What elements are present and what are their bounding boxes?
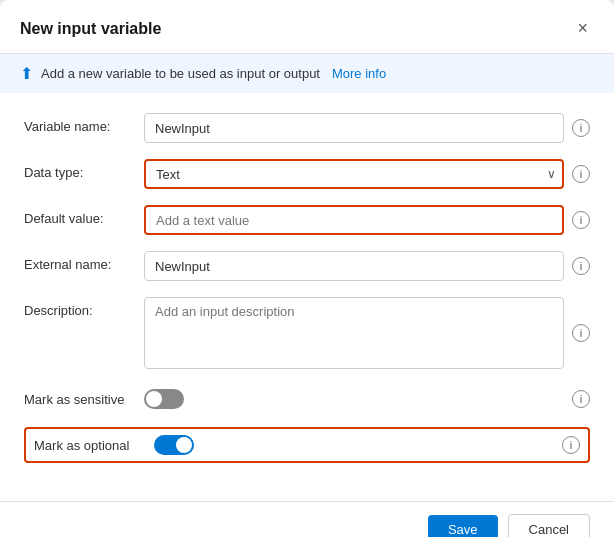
variable-name-label: Variable name: bbox=[24, 113, 144, 134]
new-input-variable-dialog: New input variable × ⬆ Add a new variabl… bbox=[0, 0, 614, 537]
data-type-select[interactable]: Text Boolean Number DateTime List bbox=[144, 159, 564, 189]
cancel-button[interactable]: Cancel bbox=[508, 514, 590, 537]
external-name-input[interactable] bbox=[144, 251, 564, 281]
info-banner-text: Add a new variable to be used as input o… bbox=[41, 66, 320, 81]
description-control: i bbox=[144, 297, 590, 369]
default-value-row: Default value: i bbox=[24, 205, 590, 235]
variable-name-row: Variable name: i bbox=[24, 113, 590, 143]
data-type-control: Text Boolean Number DateTime List ∨ i bbox=[144, 159, 590, 189]
mark-sensitive-toggle-wrap: i bbox=[144, 389, 590, 409]
data-type-row: Data type: Text Boolean Number DateTime … bbox=[24, 159, 590, 189]
description-textarea[interactable] bbox=[144, 297, 564, 369]
info-banner: ⬆ Add a new variable to be used as input… bbox=[0, 54, 614, 93]
variable-name-info-icon[interactable]: i bbox=[572, 119, 590, 137]
dialog-footer: Save Cancel bbox=[0, 501, 614, 537]
external-name-info-icon[interactable]: i bbox=[572, 257, 590, 275]
data-type-label: Data type: bbox=[24, 159, 144, 180]
default-value-label: Default value: bbox=[24, 205, 144, 226]
mark-optional-label: Mark as optional bbox=[34, 438, 154, 453]
dialog-body: Variable name: i Data type: Text Boolean… bbox=[0, 93, 614, 497]
external-name-control: i bbox=[144, 251, 590, 281]
mark-sensitive-label: Mark as sensitive bbox=[24, 392, 144, 407]
description-info-icon[interactable]: i bbox=[572, 324, 590, 342]
external-name-label: External name: bbox=[24, 251, 144, 272]
dialog-title: New input variable bbox=[20, 20, 161, 38]
mark-sensitive-row: Mark as sensitive i bbox=[24, 385, 590, 413]
save-button[interactable]: Save bbox=[428, 515, 498, 537]
mark-sensitive-info-icon[interactable]: i bbox=[572, 390, 590, 408]
default-value-control: i bbox=[144, 205, 590, 235]
mark-optional-info-icon[interactable]: i bbox=[562, 436, 580, 454]
mark-optional-row: Mark as optional i bbox=[24, 427, 590, 463]
default-value-input[interactable] bbox=[144, 205, 564, 235]
mark-optional-toggle[interactable] bbox=[154, 435, 194, 455]
data-type-select-wrap: Text Boolean Number DateTime List ∨ bbox=[144, 159, 564, 189]
description-label: Description: bbox=[24, 297, 144, 318]
mark-sensitive-toggle[interactable] bbox=[144, 389, 184, 409]
close-button[interactable]: × bbox=[571, 16, 594, 41]
variable-name-control: i bbox=[144, 113, 590, 143]
mark-optional-toggle-wrap: i bbox=[154, 435, 580, 455]
default-value-info-icon[interactable]: i bbox=[572, 211, 590, 229]
description-row: Description: i bbox=[24, 297, 590, 369]
data-type-info-icon[interactable]: i bbox=[572, 165, 590, 183]
dialog-header: New input variable × bbox=[0, 0, 614, 54]
variable-name-input[interactable] bbox=[144, 113, 564, 143]
external-name-row: External name: i bbox=[24, 251, 590, 281]
upload-icon: ⬆ bbox=[20, 64, 33, 83]
more-info-link[interactable]: More info bbox=[332, 66, 386, 81]
